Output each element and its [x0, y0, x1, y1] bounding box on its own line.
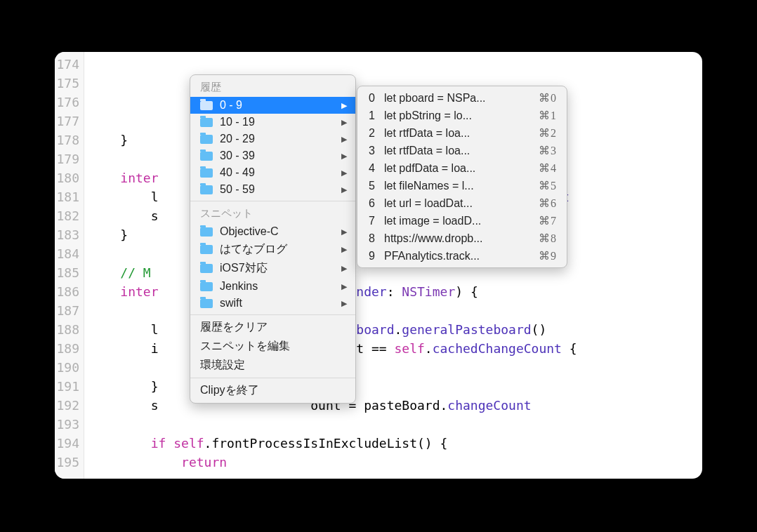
line-number: 177 — [55, 112, 79, 131]
folder-icon — [200, 299, 213, 308]
menu-history-range[interactable]: 30 - 39▶ — [190, 147, 355, 164]
line-number: 194 — [55, 434, 79, 453]
submenu-shortcut: ⌘5 — [539, 179, 557, 192]
line-number: 195 — [55, 453, 79, 472]
submenu-index: 9 — [369, 250, 378, 262]
menu-snippet-folder[interactable]: Jenkins▶ — [190, 278, 355, 295]
submenu-text: let pbString = lo... — [384, 109, 533, 122]
menu-separator — [190, 201, 355, 201]
submenu-item[interactable]: 4let pdfData = loa...⌘4 — [357, 159, 567, 177]
submenu-shortcut: ⌘4 — [539, 161, 557, 175]
submenu-shortcut: ⌘8 — [539, 232, 557, 245]
menu-item-label: 0 - 9 — [220, 99, 330, 112]
line-number: 188 — [55, 320, 79, 339]
line-number: 174 — [55, 55, 79, 74]
chevron-right-icon: ▶ — [341, 118, 347, 127]
menu-snippet-folder[interactable]: swift▶ — [190, 295, 355, 312]
submenu-item[interactable]: 7let image = loadD...⌘7 — [357, 212, 567, 230]
submenu-item[interactable]: 2let rtfData = loa...⌘2 — [357, 124, 567, 142]
menu-history-range[interactable]: 50 - 59▶ — [190, 181, 355, 198]
line-number: 180 — [55, 168, 79, 187]
chevron-right-icon: ▶ — [341, 227, 347, 237]
chevron-right-icon: ▶ — [341, 282, 347, 291]
menu-quit[interactable]: Clipyを終了 — [190, 381, 355, 400]
submenu-item[interactable]: 9PFAnalytics.track...⌘9 — [357, 247, 567, 265]
submenu-index: 3 — [369, 145, 378, 157]
submenu-item[interactable]: 5let fileNames = l...⌘5 — [357, 177, 567, 194]
folder-icon — [200, 101, 213, 110]
menu-history-range[interactable]: 10 - 19▶ — [190, 114, 355, 131]
submenu-shortcut: ⌘9 — [539, 249, 557, 262]
line-number: 185 — [55, 263, 79, 282]
submenu-index: 2 — [369, 127, 378, 140]
submenu-shortcut: ⌘3 — [539, 144, 557, 157]
gutter: 1741751761771781791801811821831841851861… — [55, 52, 84, 479]
menu-item-label: 20 - 29 — [220, 133, 330, 145]
line-number: 178 — [55, 131, 79, 149]
line-number: 182 — [55, 206, 79, 225]
chevron-right-icon: ▶ — [341, 245, 347, 254]
submenu-index: 6 — [369, 197, 378, 210]
menu-prefs[interactable]: 環境設定 — [190, 356, 355, 375]
menu-history-range[interactable]: 40 - 49▶ — [190, 164, 355, 181]
clipy-submenu: 0let pboard = NSPa...⌘01let pbString = l… — [357, 86, 567, 268]
line-number: 187 — [55, 301, 79, 320]
menu-separator — [190, 378, 355, 378]
submenu-text: PFAnalytics.track... — [384, 250, 533, 262]
clipy-menu: 履歴 0 - 9▶10 - 19▶20 - 29▶30 - 39▶40 - 49… — [190, 74, 356, 404]
menu-snippet-folder[interactable]: Objective-C▶ — [190, 223, 355, 240]
menu-clear-history[interactable]: 履歴をクリア — [190, 318, 355, 337]
submenu-index: 4 — [369, 162, 378, 175]
submenu-item[interactable]: 8https://www.dropb...⌘8 — [357, 230, 567, 247]
menu-separator — [190, 314, 355, 315]
folder-icon — [200, 168, 213, 178]
menu-item-label: Jenkins — [220, 280, 330, 293]
submenu-item[interactable]: 6let url = loadDat...⌘6 — [357, 194, 567, 212]
menu-history-range[interactable]: 0 - 9▶ — [190, 97, 355, 114]
line-number: 191 — [55, 377, 79, 396]
chevron-right-icon: ▶ — [341, 152, 347, 161]
menu-item-label: swift — [220, 297, 330, 310]
submenu-item[interactable]: 0let pboard = NSPa...⌘0 — [357, 89, 567, 107]
line-number: 176 — [55, 93, 79, 112]
line-number: 193 — [55, 415, 79, 434]
menu-section-snippets: スニペット — [190, 204, 355, 223]
menu-item-label: 40 - 49 — [220, 166, 330, 179]
submenu-item[interactable]: 1let pbString = lo...⌘1 — [357, 107, 567, 124]
line-number: 190 — [55, 358, 79, 377]
submenu-shortcut: ⌘2 — [539, 126, 557, 140]
chevron-right-icon: ▶ — [341, 168, 347, 178]
submenu-index: 0 — [369, 92, 378, 105]
chevron-right-icon: ▶ — [341, 185, 347, 194]
folder-icon — [200, 227, 213, 237]
menu-item-label: 30 - 39 — [220, 149, 330, 162]
menu-snippet-folder[interactable]: iOS7対応▶ — [190, 259, 355, 278]
submenu-text: let pboard = NSPa... — [384, 92, 533, 105]
menu-snippet-folder[interactable]: はてなブログ▶ — [190, 240, 355, 259]
submenu-text: let fileNames = l... — [384, 180, 533, 192]
menu-item-label: はてなブログ — [220, 242, 330, 257]
folder-icon — [200, 135, 213, 144]
submenu-shortcut: ⌘7 — [539, 214, 557, 227]
folder-icon — [200, 245, 213, 254]
submenu-index: 1 — [369, 109, 378, 122]
line-number: 175 — [55, 74, 79, 93]
chevron-right-icon: ▶ — [341, 101, 347, 110]
submenu-text: https://www.dropb... — [384, 232, 533, 245]
folder-icon — [200, 152, 213, 161]
line-number: 181 — [55, 187, 79, 206]
chevron-right-icon: ▶ — [341, 135, 347, 144]
line-number: 183 — [55, 225, 79, 244]
submenu-text: let rtfData = loa... — [384, 127, 533, 140]
submenu-shortcut: ⌘1 — [539, 109, 557, 122]
menu-history-range[interactable]: 20 - 29▶ — [190, 131, 355, 147]
folder-icon — [200, 185, 213, 194]
submenu-text: let image = loadD... — [384, 215, 533, 227]
menu-item-label: 50 - 59 — [220, 183, 330, 196]
submenu-item[interactable]: 3let rtfData = loa...⌘3 — [357, 142, 567, 159]
submenu-text: let rtfData = loa... — [384, 145, 533, 157]
submenu-text: let pdfData = loa... — [384, 162, 533, 175]
menu-item-label: 10 - 19 — [220, 116, 330, 128]
line-number: 189 — [55, 339, 79, 358]
menu-edit-snippets[interactable]: スニペットを編集 — [190, 337, 355, 356]
